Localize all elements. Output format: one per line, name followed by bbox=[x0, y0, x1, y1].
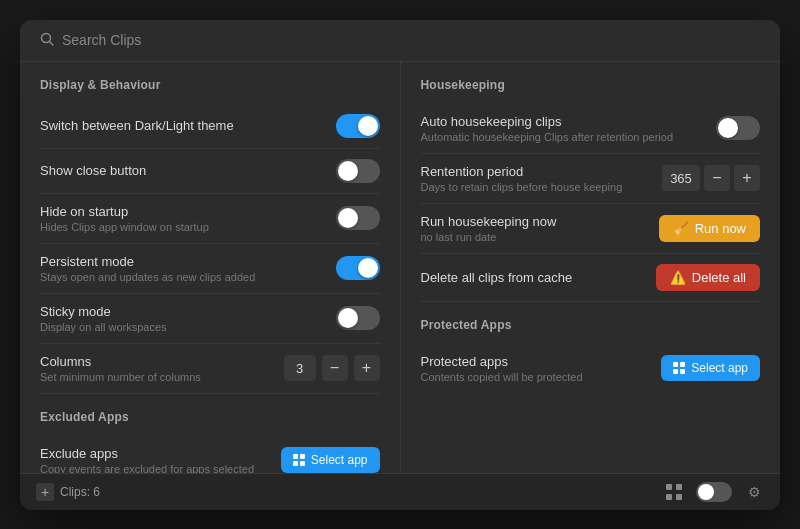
delete-all-row: Delete all clips from cache ⚠️ Delete al… bbox=[421, 254, 761, 302]
toggle-knob bbox=[338, 308, 358, 328]
setting-row-hide-startup: Hide on startup Hides Clips app window o… bbox=[40, 194, 380, 244]
retention-row: Rentention period Days to retain clips b… bbox=[421, 154, 761, 204]
main-window: Display & Behaviour Switch between Dark/… bbox=[20, 20, 780, 510]
grid-view-icon[interactable] bbox=[664, 482, 684, 502]
svg-rect-5 bbox=[300, 461, 305, 466]
toggle-knob bbox=[358, 116, 378, 136]
svg-rect-6 bbox=[673, 362, 678, 367]
exclude-apps-label: Exclude apps bbox=[40, 446, 281, 461]
run-now-button[interactable]: 🧹 Run now bbox=[659, 215, 760, 242]
toggle-auto-hk[interactable] bbox=[716, 116, 760, 140]
setting-label-columns: Columns bbox=[40, 354, 284, 369]
exclude-apps-row: Exclude apps Copy events are excluded fo… bbox=[40, 436, 380, 473]
search-icon bbox=[40, 32, 54, 49]
small-toggle-knob bbox=[698, 484, 714, 500]
svg-rect-8 bbox=[673, 369, 678, 374]
add-button[interactable]: + bbox=[36, 483, 54, 501]
setting-label-persistent: Persistent mode bbox=[40, 254, 336, 269]
retention-plus-button[interactable]: + bbox=[734, 165, 760, 191]
housekeeping-title: Housekeeping bbox=[421, 78, 761, 92]
left-panel: Display & Behaviour Switch between Dark/… bbox=[20, 62, 401, 473]
excluded-apps-title: Excluded Apps bbox=[40, 410, 380, 424]
auto-hk-row: Auto housekeeping clips Automatic housek… bbox=[421, 104, 761, 154]
protected-apps-label: Protected apps bbox=[421, 354, 662, 369]
columns-plus-button[interactable]: + bbox=[354, 355, 380, 381]
protected-select-app-button[interactable]: Select app bbox=[661, 355, 760, 381]
run-hk-row: Run housekeeping now no last run date 🧹 … bbox=[421, 204, 761, 254]
columns-value: 3 bbox=[284, 355, 316, 381]
toggle-dark-light[interactable] bbox=[336, 114, 380, 138]
setting-sublabel-hide-startup: Hides Clips app window on startup bbox=[40, 221, 336, 233]
grid-small-icon bbox=[293, 454, 305, 466]
protected-apps-row: Protected apps Contents copied will be p… bbox=[421, 344, 761, 393]
grid-small-icon-2 bbox=[673, 362, 685, 374]
setting-sublabel-persistent: Stays open and updates as new clips adde… bbox=[40, 271, 336, 283]
toggle-sticky[interactable] bbox=[336, 306, 380, 330]
svg-rect-3 bbox=[300, 454, 305, 459]
right-panel: Housekeeping Auto housekeeping clips Aut… bbox=[401, 62, 781, 473]
setting-row-dark-light: Switch between Dark/Light theme bbox=[40, 104, 380, 149]
display-section-title: Display & Behaviour bbox=[40, 78, 380, 92]
protected-apps-sublabel: Contents copied will be protected bbox=[421, 371, 662, 383]
search-bar bbox=[20, 20, 780, 62]
toggle-knob bbox=[358, 258, 378, 278]
exclude-apps-sublabel: Copy events are excluded for apps select… bbox=[40, 463, 281, 473]
bottom-bar: + Clips: 6 ⚙ bbox=[20, 473, 780, 510]
retention-minus-button[interactable]: − bbox=[704, 165, 730, 191]
search-input[interactable] bbox=[62, 32, 760, 48]
run-now-icon: 🧹 bbox=[673, 221, 689, 236]
retention-label: Rentention period bbox=[421, 164, 623, 179]
svg-rect-10 bbox=[666, 484, 672, 490]
retention-value: 365 bbox=[662, 165, 700, 191]
toggle-knob bbox=[338, 208, 358, 228]
run-hk-sublabel: no last run date bbox=[421, 231, 557, 243]
gear-icon[interactable]: ⚙ bbox=[744, 482, 764, 502]
delete-icon: ⚠️ bbox=[670, 270, 686, 285]
columns-minus-button[interactable]: − bbox=[322, 355, 348, 381]
setting-sublabel-sticky: Display on all workspaces bbox=[40, 321, 336, 333]
svg-rect-11 bbox=[676, 484, 682, 490]
run-hk-label: Run housekeeping now bbox=[421, 214, 557, 229]
excluded-apps-section: Excluded Apps Exclude apps Copy events a… bbox=[40, 410, 380, 473]
svg-rect-4 bbox=[293, 461, 298, 466]
setting-label-close-btn: Show close button bbox=[40, 163, 336, 178]
bottom-icons: ⚙ bbox=[664, 482, 764, 502]
auto-hk-label: Auto housekeeping clips bbox=[421, 114, 674, 129]
setting-label-sticky: Sticky mode bbox=[40, 304, 336, 319]
toggle-hide-startup[interactable] bbox=[336, 206, 380, 230]
svg-line-1 bbox=[50, 41, 54, 45]
svg-rect-13 bbox=[676, 494, 682, 500]
toggle-knob bbox=[718, 118, 738, 138]
bottom-toggle[interactable] bbox=[696, 482, 732, 502]
toggle-knob bbox=[338, 161, 358, 181]
svg-rect-2 bbox=[293, 454, 298, 459]
clips-count: + Clips: 6 bbox=[36, 483, 100, 501]
setting-row-sticky: Sticky mode Display on all workspaces bbox=[40, 294, 380, 344]
svg-rect-7 bbox=[680, 362, 685, 367]
retention-sublabel: Days to retain clips before house keepin… bbox=[421, 181, 623, 193]
exclude-select-app-button[interactable]: Select app bbox=[281, 447, 380, 473]
setting-label-dark-light: Switch between Dark/Light theme bbox=[40, 118, 336, 133]
setting-row-columns: Columns Set minimum number of columns 3 … bbox=[40, 344, 380, 394]
clips-count-label: Clips: 6 bbox=[60, 485, 100, 499]
toggle-persistent[interactable] bbox=[336, 256, 380, 280]
svg-rect-12 bbox=[666, 494, 672, 500]
columns-stepper: 3 − + bbox=[284, 355, 380, 381]
setting-row-persistent: Persistent mode Stays open and updates a… bbox=[40, 244, 380, 294]
setting-sublabel-columns: Set minimum number of columns bbox=[40, 371, 284, 383]
delete-all-label: Delete all clips from cache bbox=[421, 270, 573, 285]
setting-label-hide-startup: Hide on startup bbox=[40, 204, 336, 219]
protected-apps-section: Protected Apps Protected apps Contents c… bbox=[421, 318, 761, 393]
retention-stepper: 365 − + bbox=[662, 165, 760, 191]
protected-apps-title: Protected Apps bbox=[421, 318, 761, 332]
toggle-close-btn[interactable] bbox=[336, 159, 380, 183]
auto-hk-sublabel: Automatic housekeeping Clips after reten… bbox=[421, 131, 674, 143]
svg-rect-9 bbox=[680, 369, 685, 374]
delete-all-button[interactable]: ⚠️ Delete all bbox=[656, 264, 760, 291]
main-content: Display & Behaviour Switch between Dark/… bbox=[20, 62, 780, 473]
setting-row-close-btn: Show close button bbox=[40, 149, 380, 194]
